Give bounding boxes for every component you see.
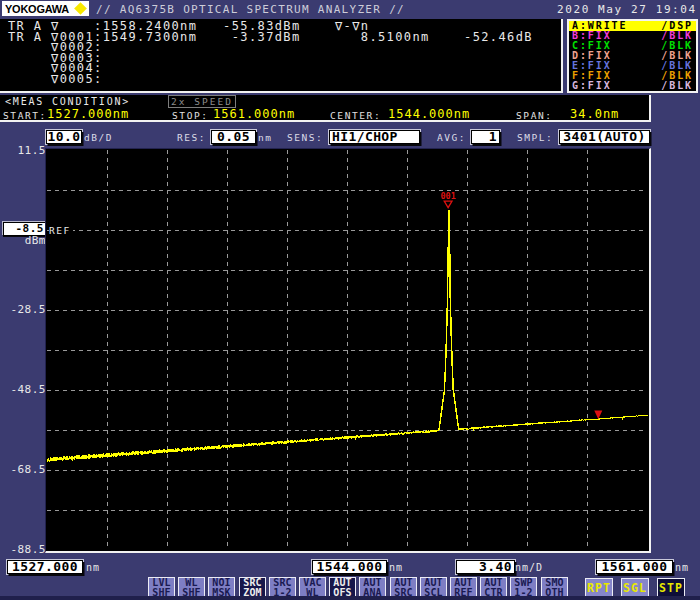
y-axis-label: -48.5 xyxy=(4,384,46,395)
sens-value-box[interactable]: HI1/CHOP xyxy=(329,130,420,144)
spectrum-chart: 001 xyxy=(46,149,648,551)
meas-condition-panel: <MEAS CONDITION> 2x SPEED START: 1527.00… xyxy=(0,95,651,122)
softkey-lvl-shf[interactable]: LVLSHF xyxy=(148,577,175,598)
softkey-src-1-2[interactable]: SRC1-2 xyxy=(269,577,296,598)
osa-screen: YOKOGAWA // AQ6375B OPTICAL SPECTRUM ANA… xyxy=(0,0,700,600)
softkey-aut-src[interactable]: AUTSRC xyxy=(390,577,417,598)
softkey-aut-ref[interactable]: AUTREF xyxy=(450,577,477,598)
spectrum-plot-area[interactable]: 001 REF xyxy=(45,148,651,553)
avg-value-box[interactable]: 1 xyxy=(471,130,500,144)
res-unit: nm xyxy=(258,132,272,143)
sweep-key-sgl[interactable]: SGL xyxy=(621,578,649,598)
ref-line-label: REF xyxy=(49,225,73,237)
trace-row-g[interactable]: G:FIX /BLK xyxy=(569,81,696,91)
yokogawa-logo-text: YOKOGAWA xyxy=(5,3,69,15)
smpl-label: SMPL: xyxy=(517,132,553,143)
x-start-box[interactable]: 1527.000 xyxy=(7,560,83,574)
page-title: // AQ6375B OPTICAL SPECTRUM ANALYZER // xyxy=(96,3,405,16)
x-per-div-box[interactable]: 3.40 xyxy=(456,560,515,574)
res-label: RES: xyxy=(177,132,206,143)
res-value-box[interactable]: 0.05 xyxy=(211,130,256,144)
datetime-display: 2020 May 27 19:04 xyxy=(557,3,697,16)
softkey-smo-oth[interactable]: SMOOTH xyxy=(541,577,568,598)
meas-condition-title: <MEAS CONDITION> xyxy=(5,96,130,107)
smpl-value-box[interactable]: 3401(AUTO) xyxy=(559,130,650,144)
trace-name: G:FIX xyxy=(572,81,612,91)
softkey-aut-ofs[interactable]: AUTOFS xyxy=(329,577,356,598)
avg-label: AVG: xyxy=(437,132,466,143)
softkey-aut-ana[interactable]: AUTANA xyxy=(359,577,386,598)
bottom-strip xyxy=(0,596,700,600)
x-start-unit: nm xyxy=(86,562,100,573)
sweep-key-stp[interactable]: STP xyxy=(657,578,685,598)
peak-marker-triangle-icon xyxy=(444,201,452,208)
stop-label: STOP: xyxy=(172,110,209,121)
stop-value[interactable]: 1561.000nm xyxy=(213,107,295,121)
x-stop-box[interactable]: 1561.000 xyxy=(596,560,673,574)
level-scale-box[interactable]: 10.0 xyxy=(46,130,82,144)
y-axis-label: -28.5 xyxy=(4,304,46,315)
center-label: CENTER: xyxy=(330,110,381,121)
softkey-wl-shf[interactable]: WLSHF xyxy=(178,577,205,598)
x-center-box[interactable]: 1544.000 xyxy=(312,560,387,574)
y-axis-label-top: 11.5 xyxy=(4,145,46,156)
start-label: START: xyxy=(3,110,47,121)
y-axis-label: -88.5 xyxy=(4,544,46,555)
span-label: SPAN: xyxy=(516,110,553,121)
y-axis-label: -68.5 xyxy=(4,464,46,475)
trace-legend-panel: A:WRITE /DSP B:FIX /BLK C:FIX /BLK D:FIX… xyxy=(567,19,698,93)
softkey-src-zom[interactable]: SRCZOM xyxy=(239,577,266,598)
peak-marker-label: 001 xyxy=(440,191,455,201)
x-stop-unit: nm xyxy=(675,562,689,573)
marker-readout-panel: TR A ∇ :1558.2400nm -55.83dBm ∇-∇n TR A … xyxy=(0,19,563,93)
trace-mode: /BLK xyxy=(661,81,693,91)
softkey-swp-1-2[interactable]: SWP1-2 xyxy=(510,577,537,598)
span-value[interactable]: 34.0nm xyxy=(570,107,619,121)
sens-label: SENS: xyxy=(287,132,323,143)
start-value[interactable]: 1527.000nm xyxy=(47,107,129,121)
x-per-div-unit: nm/D xyxy=(515,562,543,573)
softkey-aut-scl[interactable]: AUTSCL xyxy=(420,577,447,598)
softkey-vac-wl[interactable]: VACWL xyxy=(299,577,326,598)
softkey-noi-msk[interactable]: NOIMSK xyxy=(208,577,235,598)
level-scale-unit: dB/D xyxy=(84,132,113,143)
softkey-aut-ctr[interactable]: AUTCTR xyxy=(480,577,507,598)
x-center-unit: nm xyxy=(389,562,403,573)
marker-row: ∇0005: xyxy=(8,74,103,84)
center-value[interactable]: 1544.000nm xyxy=(388,107,470,121)
sweep-key-rpt[interactable]: RPT xyxy=(585,578,613,598)
y-axis-unit: dBm xyxy=(4,235,46,246)
